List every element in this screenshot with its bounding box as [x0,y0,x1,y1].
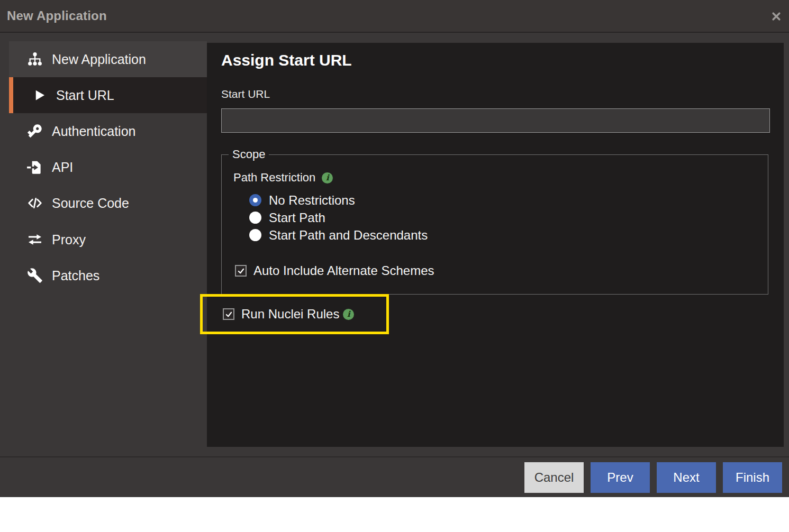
auto-include-alternate-schemes-row[interactable]: Auto Include Alternate Schemes [235,263,768,278]
radio-option-start-path-descendants[interactable]: Start Path and Descendants [249,229,768,241]
sidebar-item-authentication[interactable]: Authentication [9,113,207,149]
radio-button[interactable] [249,229,261,241]
close-icon [771,11,782,22]
radio-button[interactable] [249,212,261,224]
page-title: Assign Start URL [221,51,352,69]
sidebar-item-label: Source Code [52,196,129,211]
sidebar-item-start-url[interactable]: Start URL [9,77,207,113]
close-button[interactable] [770,10,783,23]
auto-include-label: Auto Include Alternate Schemes [253,263,434,278]
sidebar-item-proxy[interactable]: Proxy [9,222,207,258]
highlight-annotation-box: Run Nuclei Rules i [200,294,389,334]
sidebar-item-new-application[interactable]: New Application [9,41,207,77]
assign-start-url-panel: Assign Start URL Start URL Scope Path Re… [207,43,784,447]
radio-option-start-path[interactable]: Start Path [249,212,768,224]
sitemap-icon [26,51,43,68]
key-icon [26,123,43,140]
code-icon [26,195,43,212]
sidebar-item-label: API [52,160,73,175]
info-icon[interactable]: i [322,172,333,184]
scope-legend: Scope [229,148,269,161]
wizard-sidebar: New Application Start URL Authentication [0,33,207,456]
path-restriction-label: Path Restriction [233,171,315,185]
sidebar-item-label: New Application [52,52,146,67]
cancel-button[interactable]: Cancel [524,462,584,493]
start-url-input[interactable] [221,108,770,133]
next-button[interactable]: Next [657,462,716,493]
dialog-title: New Application [7,8,107,23]
checkbox-checked[interactable] [235,265,247,277]
sidebar-item-patches[interactable]: Patches [9,258,207,293]
finish-button[interactable]: Finish [723,462,782,493]
dialog-titlebar: New Application [0,0,789,33]
new-application-dialog: New Application [0,0,789,497]
prev-button[interactable]: Prev [591,462,650,493]
sidebar-item-label: Patches [52,268,99,283]
radio-button[interactable] [249,194,261,206]
swap-arrows-icon [26,231,43,248]
info-icon[interactable]: i [343,309,354,320]
checkbox-checked[interactable] [223,308,234,320]
api-document-icon [26,159,43,176]
sidebar-item-label: Authentication [52,124,135,139]
sidebar-item-source-code[interactable]: Source Code [9,185,207,221]
run-nuclei-rules-label: Run Nuclei Rules [241,307,339,322]
play-icon [31,87,48,104]
path-restriction-options: No Restrictions Start Path Start Path an… [249,194,768,241]
dialog-footer: Cancel Prev Next Finish [0,456,789,497]
wrench-icon [26,267,43,284]
sidebar-item-label: Start URL [56,88,114,103]
scope-group: Scope Path Restriction i No Restrictions… [221,148,768,295]
run-nuclei-rules-row[interactable]: Run Nuclei Rules i [223,307,354,322]
start-url-label: Start URL [221,88,270,100]
radio-option-no-restrictions[interactable]: No Restrictions [249,194,768,206]
sidebar-item-label: Proxy [52,232,86,247]
path-restriction-row: Path Restriction i [233,171,768,185]
sidebar-item-api[interactable]: API [9,149,207,185]
screen: New Application [0,0,789,532]
